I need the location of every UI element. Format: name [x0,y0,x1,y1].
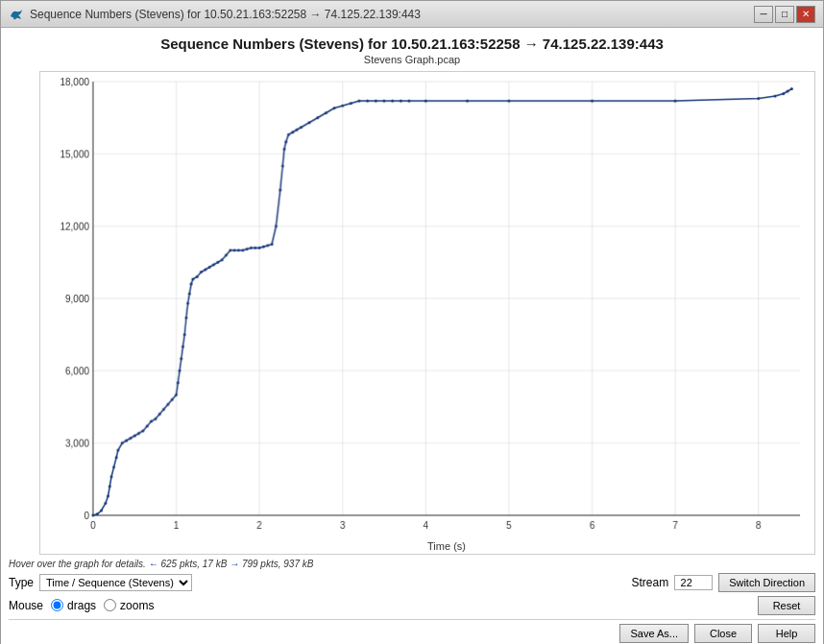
type-control-group: Type Time / Sequence (Stevens) Time / Se… [9,574,192,591]
zooms-radio-group: zooms [104,599,154,612]
drags-label: drags [67,599,96,612]
main-window: Sequence Numbers (Stevens) for 10.50.21.… [0,0,824,644]
minimize-button[interactable]: ─ [754,6,773,23]
switch-direction-button[interactable]: Switch Direction [718,573,815,592]
right-stats: 799 pkts, 937 kB [242,559,314,569]
type-label: Type [9,576,34,589]
bottom-controls: Hover over the graph for details. ← 625 … [9,555,815,643]
zooms-label: zooms [120,599,154,612]
zooms-radio[interactable] [104,599,116,611]
close-window-button[interactable]: ✕ [796,6,815,23]
type-select[interactable]: Time / Sequence (Stevens) Time / Sequenc… [39,574,192,591]
chart-subtitle: Stevens Graph.pcap [9,54,815,65]
stream-label: Stream [631,576,668,589]
title-bar-left: Sequence Numbers (Stevens) for 10.50.21.… [9,7,421,22]
reset-button[interactable]: Reset [758,596,815,615]
save-as-button[interactable]: Save As... [619,624,689,643]
title-bar: Sequence Numbers (Stevens) for 10.50.21.… [1,1,823,28]
mouse-label: Mouse [9,599,43,612]
title-bar-controls: ─ □ ✕ [754,6,815,23]
controls-row3: Save As... Close Help [9,624,815,643]
hover-text: Hover over the graph for details. [9,559,146,569]
shark-icon [9,7,24,22]
stream-input[interactable] [674,575,713,590]
chart-title: Sequence Numbers (Stevens) for 10.50.21.… [9,36,815,52]
content-area: Sequence Numbers (Stevens) for 10.50.21.… [1,28,823,644]
right-arrow: → [230,559,239,569]
stream-control-group: Stream Switch Direction [631,573,815,592]
controls-row2: Mouse drags zooms Reset [9,596,815,615]
hover-info: Hover over the graph for details. ← 625 … [9,559,815,569]
left-arrow: ← [149,559,158,569]
controls-row1: Type Time / Sequence (Stevens) Time / Se… [9,573,815,592]
left-stats: 625 pkts, 17 kB [160,559,227,569]
mouse-controls: Mouse drags zooms [9,599,154,612]
drags-radio[interactable] [51,599,63,611]
window-title: Sequence Numbers (Stevens) for 10.50.21.… [30,8,421,21]
chart-canvas[interactable] [39,71,815,555]
drags-radio-group: drags [51,599,96,612]
restore-button[interactable]: □ [775,6,794,23]
reset-control: Reset [758,596,815,615]
help-button[interactable]: Help [758,624,815,643]
close-button[interactable]: Close [694,624,752,643]
divider [9,619,815,620]
